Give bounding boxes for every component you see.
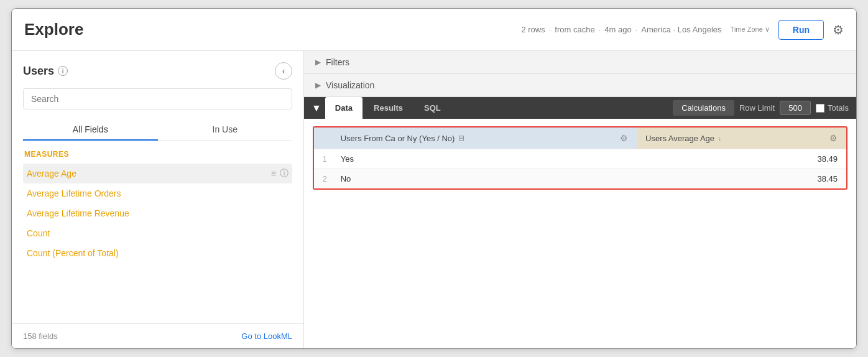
data-tab-caret-icon: ▼ bbox=[312, 103, 321, 114]
measure-label-count: Count bbox=[27, 228, 50, 238]
th-col1: Users From Ca or Ny (Yes / No) ⊟ ⚙ bbox=[332, 128, 637, 149]
timezone-text: Time Zone bbox=[731, 25, 763, 34]
info-icon-measure[interactable]: ⓘ bbox=[280, 168, 289, 179]
info-icon-measure-2[interactable]: ⓘ bbox=[280, 188, 289, 199]
meta-dot2: · bbox=[599, 25, 601, 34]
settings-icon[interactable]: ⚙ bbox=[833, 22, 844, 37]
calculations-button[interactable]: Calculations bbox=[673, 100, 734, 116]
measure-item-average-lifetime-orders[interactable]: Average Lifetime Orders ≡ ⓘ bbox=[23, 183, 292, 203]
data-area: ▼ Data Results SQL Calculations Row Limi… bbox=[304, 97, 856, 348]
meta-from-cache: from cache bbox=[555, 25, 594, 34]
meta-rows: 2 rows bbox=[521, 25, 545, 34]
row-limit-label: Row Limit bbox=[739, 103, 775, 113]
info-icon-measure-4[interactable]: ⓘ bbox=[280, 228, 289, 239]
result-table: Users From Ca or Ny (Yes / No) ⊟ ⚙ Users… bbox=[314, 128, 846, 188]
filter-icon-2[interactable]: ≡ bbox=[271, 188, 276, 198]
totals-checkbox[interactable] bbox=[816, 104, 824, 113]
filter-icon[interactable]: ≡ bbox=[271, 169, 276, 178]
sidebar: Users i ‹ All Fields In Use MEASURES bbox=[12, 51, 304, 348]
measure-label-count-percent: Count (Percent of Total) bbox=[27, 248, 119, 258]
row1-col2: 38.49 bbox=[637, 149, 846, 169]
measures-section-label: MEASURES bbox=[23, 150, 292, 159]
back-icon[interactable]: ‹ bbox=[275, 62, 292, 80]
meta-dot3: · bbox=[635, 25, 638, 34]
row-num-1: 1 bbox=[314, 149, 332, 169]
sidebar-users-title: Users i bbox=[23, 65, 68, 78]
app-window: Explore 2 rows · from cache · 4m ago · A… bbox=[11, 8, 857, 349]
measure-item-count-percent[interactable]: Count (Percent of Total) ≡ ⓘ bbox=[23, 243, 292, 263]
app-title: Explore bbox=[24, 20, 83, 39]
go-to-lookml-link[interactable]: Go to LookML bbox=[241, 332, 292, 341]
measure-item-average-age[interactable]: Average Age ≡ ⓘ bbox=[23, 164, 292, 183]
data-tabs-bar: ▼ Data Results SQL Calculations Row Limi… bbox=[304, 97, 856, 119]
tab-results[interactable]: Results bbox=[364, 97, 413, 119]
row2-col1: No bbox=[332, 169, 637, 189]
header-meta: 2 rows · from cache · 4m ago · America ·… bbox=[521, 25, 721, 34]
field-tabs: All Fields In Use bbox=[23, 119, 292, 141]
run-button[interactable]: Run bbox=[778, 20, 824, 40]
col2-header-text: Users Average Age bbox=[645, 134, 714, 143]
data-tabs-right: Calculations Row Limit Totals bbox=[673, 100, 849, 116]
main-body: Users i ‹ All Fields In Use MEASURES bbox=[12, 51, 856, 348]
row-num-2: 2 bbox=[314, 169, 332, 189]
meta-location: America · Los Angeles bbox=[641, 25, 721, 34]
info-icon[interactable]: i bbox=[58, 66, 68, 76]
col2-gear-icon[interactable]: ⚙ bbox=[829, 133, 838, 143]
timezone-chevron-icon: ∨ bbox=[765, 25, 770, 34]
meta-ago: 4m ago bbox=[604, 25, 631, 34]
col2-sort-icon[interactable]: ↓ bbox=[718, 134, 722, 142]
visualization-label: Visualization bbox=[326, 80, 374, 90]
search-input[interactable] bbox=[23, 88, 292, 109]
visualization-bar[interactable]: ▶ Visualization bbox=[304, 74, 856, 97]
measure-item-count[interactable]: Count ≡ ⓘ bbox=[23, 223, 292, 243]
measure-item-average-lifetime-revenue[interactable]: Average Lifetime Revenue ≡ ⓘ bbox=[23, 203, 292, 223]
row-limit-input[interactable] bbox=[780, 101, 811, 115]
result-table-wrapper: Users From Ca or Ny (Yes / No) ⊟ ⚙ Users… bbox=[313, 126, 847, 190]
col1-filter-icon[interactable]: ⊟ bbox=[458, 134, 464, 142]
filter-icon-4[interactable]: ≡ bbox=[271, 228, 276, 238]
fields-count: 158 fields bbox=[23, 332, 58, 341]
tab-in-use[interactable]: In Use bbox=[158, 119, 293, 141]
measure-label-average-age: Average Age bbox=[27, 169, 76, 178]
tab-sql[interactable]: SQL bbox=[414, 97, 451, 119]
timezone-label: Time Zone ∨ bbox=[731, 25, 770, 34]
filters-chevron-icon: ▶ bbox=[315, 58, 321, 67]
visualization-chevron-icon: ▶ bbox=[315, 81, 321, 90]
info-icon-measure-5[interactable]: ⓘ bbox=[280, 248, 289, 259]
filter-icon-3[interactable]: ≡ bbox=[271, 208, 276, 218]
totals-label: Totals bbox=[828, 103, 849, 113]
th-col2: Users Average Age ↓ ⚙ bbox=[637, 128, 846, 149]
row1-col1: Yes bbox=[332, 149, 637, 169]
col1-gear-icon[interactable]: ⚙ bbox=[620, 133, 628, 143]
content-area: ▶ Filters ▶ Visualization ▼ Data Results… bbox=[304, 51, 856, 348]
filters-bar[interactable]: ▶ Filters bbox=[304, 51, 856, 74]
users-label: Users bbox=[23, 65, 54, 78]
th-row-num bbox=[314, 128, 332, 149]
table-row: 2 No 38.45 bbox=[314, 169, 846, 189]
measure-label-average-lifetime-revenue: Average Lifetime Revenue bbox=[27, 208, 129, 218]
info-icon-measure-3[interactable]: ⓘ bbox=[280, 208, 289, 219]
measure-icons: ≡ ⓘ bbox=[271, 168, 289, 179]
row2-col2: 38.45 bbox=[637, 169, 846, 189]
sidebar-footer: 158 fields Go to LookML bbox=[12, 323, 303, 348]
sidebar-users-header: Users i ‹ bbox=[23, 62, 292, 80]
filter-icon-5[interactable]: ≡ bbox=[271, 248, 276, 258]
header: Explore 2 rows · from cache · 4m ago · A… bbox=[12, 9, 856, 51]
col1-header-text: Users From Ca or Ny (Yes / No) bbox=[341, 134, 455, 143]
meta-dot1: · bbox=[549, 25, 552, 34]
tab-data[interactable]: Data bbox=[325, 97, 362, 119]
filters-label: Filters bbox=[326, 57, 349, 67]
sidebar-inner: Users i ‹ All Fields In Use MEASURES bbox=[12, 51, 303, 323]
table-row: 1 Yes 38.49 bbox=[314, 149, 846, 169]
tab-all-fields[interactable]: All Fields bbox=[23, 119, 158, 141]
header-right: 2 rows · from cache · 4m ago · America ·… bbox=[521, 20, 844, 40]
measure-label-average-lifetime-orders: Average Lifetime Orders bbox=[27, 188, 121, 198]
totals-check[interactable]: Totals bbox=[816, 103, 849, 113]
